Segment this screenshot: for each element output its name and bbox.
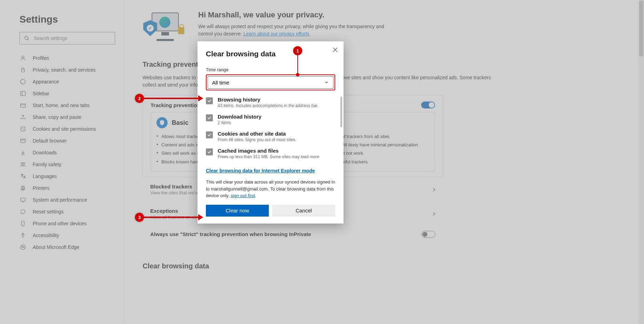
svg-rect-3 bbox=[22, 70, 25, 72]
download-history-checkbox[interactable]: Download history2 items bbox=[206, 114, 335, 125]
privacy-efforts-link[interactable]: Learn about our privacy efforts bbox=[243, 31, 309, 37]
hero-title: Hi Marshall, we value your privacy. bbox=[198, 10, 393, 19]
edge-icon bbox=[19, 244, 26, 251]
settings-title: Settings bbox=[19, 14, 124, 25]
svg-rect-7 bbox=[21, 104, 25, 108]
annotation-marker-3: 3 bbox=[135, 213, 144, 222]
strict-inprivate-toggle[interactable] bbox=[421, 231, 435, 238]
page-scrollbar-thumb[interactable] bbox=[639, 1, 643, 56]
close-button[interactable] bbox=[332, 46, 339, 53]
cookies-checkbox[interactable]: Cookies and other site dataFrom 46 sites… bbox=[206, 131, 335, 142]
option-sub: Frees up less than 311 MB. Some sites ma… bbox=[218, 154, 319, 159]
annotation-marker-2: 2 bbox=[135, 94, 144, 103]
annotation-arrow-3 bbox=[144, 217, 202, 218]
profile-icon bbox=[19, 55, 26, 62]
nav-downloads[interactable]: Downloads bbox=[19, 147, 124, 159]
download-icon bbox=[19, 149, 26, 156]
svg-rect-19 bbox=[22, 186, 24, 187]
search-input[interactable] bbox=[34, 35, 111, 41]
page-scrollbar-track[interactable] bbox=[638, 0, 644, 324]
option-title: Browsing history bbox=[218, 97, 319, 103]
nav-label: Languages bbox=[33, 173, 57, 179]
share-icon bbox=[19, 114, 26, 121]
search-settings[interactable] bbox=[19, 32, 115, 44]
nav-label: Sidebar bbox=[33, 91, 49, 96]
cookies-icon bbox=[19, 125, 26, 132]
nav-cookies[interactable]: Cookies and site permissions bbox=[19, 123, 124, 135]
svg-point-2 bbox=[22, 56, 24, 58]
nav-family[interactable]: Family safety bbox=[19, 159, 124, 170]
chevron-right-icon: › bbox=[433, 185, 435, 194]
nav-about[interactable]: About Microsoft Edge bbox=[19, 241, 124, 253]
checkbox-icon bbox=[206, 97, 213, 104]
sync-note: This will clear your data across all you… bbox=[198, 179, 344, 199]
svg-rect-18 bbox=[21, 187, 25, 189]
option-sub: 43 items. Includes autocompletions in th… bbox=[218, 103, 319, 108]
nav-profiles[interactable]: Profiles bbox=[19, 52, 124, 64]
svg-point-10 bbox=[22, 128, 23, 129]
appearance-icon bbox=[19, 78, 26, 85]
settings-sidebar: Settings Profiles Privacy, search, and s… bbox=[0, 0, 124, 324]
browser-icon bbox=[19, 137, 26, 144]
nav-label: Profiles bbox=[33, 55, 49, 61]
nav-label: Default browser bbox=[33, 138, 67, 144]
option-sub: 2 items bbox=[218, 120, 261, 125]
nav-label: Privacy, search, and services bbox=[33, 67, 96, 73]
tracking-toggle-label: Tracking prevention bbox=[151, 102, 200, 108]
shield-icon bbox=[156, 117, 168, 128]
tracking-prevention-toggle[interactable] bbox=[421, 102, 435, 108]
accessibility-icon bbox=[19, 232, 26, 239]
hero-body: We will always protect and respect your … bbox=[198, 23, 393, 38]
options-scrollbar[interactable] bbox=[340, 97, 342, 127]
nav-default-browser[interactable]: Default browser bbox=[19, 135, 124, 147]
clear-browsing-heading: Clear browsing data bbox=[143, 262, 501, 270]
sign-out-link[interactable]: sign out first bbox=[231, 193, 255, 198]
annotation-marker-1: 1 bbox=[293, 46, 302, 55]
checkbox-icon bbox=[206, 148, 213, 155]
nav-label: Downloads bbox=[33, 150, 57, 155]
time-range-label: Time range bbox=[198, 67, 344, 72]
nav-share[interactable]: Share, copy and paste bbox=[19, 111, 124, 123]
strict-inprivate-row: Always use "Strict" tracking prevention … bbox=[143, 226, 443, 243]
nav-reset[interactable]: Reset settings bbox=[19, 206, 124, 218]
clear-now-button[interactable]: Clear now bbox=[206, 205, 269, 217]
svg-point-25 bbox=[23, 233, 24, 234]
nav-privacy[interactable]: Privacy, search, and services bbox=[19, 64, 124, 76]
lock-icon bbox=[19, 66, 26, 73]
svg-rect-9 bbox=[21, 127, 25, 131]
browsing-history-checkbox[interactable]: Browsing history43 items. Includes autoc… bbox=[206, 97, 335, 108]
nav-label: Phone and other devices bbox=[33, 221, 87, 226]
family-icon bbox=[19, 161, 26, 168]
checkbox-icon bbox=[206, 114, 213, 121]
cached-images-checkbox[interactable]: Cached images and filesFrees up less tha… bbox=[206, 148, 335, 159]
svg-rect-21 bbox=[21, 198, 25, 201]
nav-sidebar[interactable]: Sidebar bbox=[19, 88, 124, 99]
nav-appearance[interactable]: Appearance bbox=[19, 76, 124, 88]
cancel-button[interactable]: Cancel bbox=[272, 205, 335, 217]
nav-languages[interactable]: Languages bbox=[19, 170, 124, 182]
checkbox-icon bbox=[206, 131, 213, 138]
nav-start[interactable]: Start, home, and new tabs bbox=[19, 99, 124, 111]
option-sub: From 46 sites. Signs you out of most sit… bbox=[218, 137, 296, 142]
chevron-down-icon bbox=[324, 80, 329, 85]
privacy-illustration: ✓ bbox=[143, 10, 184, 41]
basic-title: Basic bbox=[172, 119, 188, 127]
printer-icon bbox=[19, 185, 26, 192]
option-title: Download history bbox=[218, 114, 261, 120]
nav-phone[interactable]: Phone and other devices bbox=[19, 218, 124, 229]
nav-label: System and performance bbox=[33, 197, 87, 203]
close-icon bbox=[332, 46, 339, 53]
nav-accessibility[interactable]: Accessibility bbox=[19, 229, 124, 241]
search-icon bbox=[24, 35, 30, 41]
time-range-value: All time bbox=[212, 80, 229, 86]
nav-printers[interactable]: Printers bbox=[19, 182, 124, 194]
time-range-highlight: All time bbox=[206, 74, 335, 90]
nav-system[interactable]: System and performance bbox=[19, 194, 124, 206]
time-range-select[interactable]: All time bbox=[208, 76, 333, 89]
dialog-title: Clear browsing data bbox=[198, 50, 344, 58]
chevron-right-icon: › bbox=[433, 209, 435, 218]
phone-icon bbox=[19, 220, 26, 227]
option-title: Cached images and files bbox=[218, 148, 319, 154]
ie-mode-link[interactable]: Clear browsing data for Internet Explore… bbox=[206, 168, 315, 173]
svg-rect-5 bbox=[21, 91, 25, 96]
